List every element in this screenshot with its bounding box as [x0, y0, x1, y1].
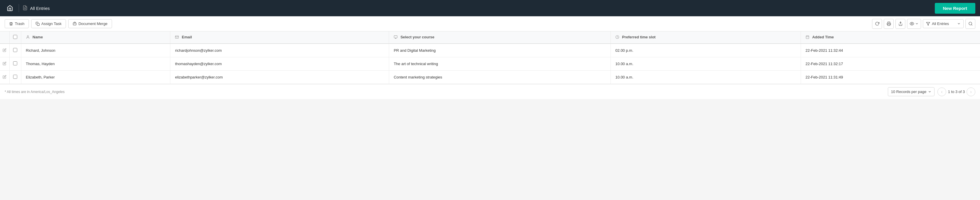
cell-added: 22-Feb-2021 11:32:17 [800, 57, 980, 71]
cell-added: 22-Feb-2021 11:31:49 [800, 71, 980, 84]
row-checkbox-cell [10, 71, 21, 84]
table-row: Thomas, Haydenthomashayden@zylker.comThe… [0, 57, 980, 71]
records-per-page-dropdown[interactable]: 10 Records per page [888, 87, 934, 96]
th-edit [0, 31, 10, 44]
row-checkbox-1[interactable] [13, 61, 17, 65]
document-merge-icon [73, 22, 77, 26]
select-all-checkbox[interactable] [13, 35, 17, 39]
entries-icon [22, 5, 28, 11]
view-toggle-button[interactable] [907, 19, 921, 29]
refresh-button[interactable] [872, 19, 882, 29]
next-page-button[interactable]: › [967, 88, 975, 96]
svg-line-9 [971, 24, 972, 25]
row-checkbox-cell [10, 44, 21, 57]
footer-right: 10 Records per page ‹ 1 to 3 of 3 › [888, 87, 975, 96]
page-nav: ‹ 1 to 3 of 3 › [937, 88, 975, 96]
cell-timeslot: 02.00 p.m. [611, 44, 800, 57]
cell-course: The art of technical writing [389, 57, 611, 71]
course-icon [394, 35, 398, 39]
email-icon [175, 35, 179, 39]
share-icon [898, 22, 903, 26]
svg-point-6 [912, 23, 913, 24]
row-checkbox-0[interactable] [13, 48, 17, 52]
new-report-button[interactable]: New Report [935, 3, 975, 14]
cell-name: Elizabeth, Parker [21, 71, 170, 84]
cell-course: PR and Digital Marketing [389, 44, 611, 57]
svg-rect-3 [74, 22, 76, 23]
th-timeslot: Preferred time slot [611, 31, 800, 44]
page-info: 1 to 3 of 3 [948, 90, 965, 94]
person-icon [26, 35, 30, 39]
cell-name: Richard, Johnson [21, 44, 170, 57]
print-button[interactable] [884, 19, 894, 29]
th-name: Name [21, 31, 170, 44]
th-added: Added Time [800, 31, 980, 44]
toolbar-right: All Entries [872, 19, 975, 29]
filter-dropdown[interactable]: All Entries [923, 19, 964, 28]
row-checkbox-2[interactable] [13, 75, 17, 79]
document-merge-button[interactable]: Document Merge [68, 19, 112, 28]
cell-timeslot: 10.00 a.m. [611, 57, 800, 71]
edit-icon [3, 75, 6, 79]
th-checkbox [10, 31, 21, 44]
view-icon [910, 22, 914, 26]
footer: * All times are in America/Los_Angeles 1… [0, 84, 980, 99]
edit-icon [3, 48, 6, 52]
edit-cell[interactable] [0, 71, 10, 84]
header-divider [19, 4, 19, 12]
cell-course: Content marketing strategies [389, 71, 611, 84]
svg-marker-7 [926, 22, 930, 25]
search-icon [968, 22, 973, 26]
search-button[interactable] [966, 19, 975, 29]
print-icon [887, 22, 891, 26]
refresh-icon [875, 22, 880, 26]
entries-table: Name Email [0, 31, 980, 84]
toolbar: Trash Assign Task Document Merge [0, 16, 980, 31]
table-body: Richard, Johnsonrichardjohnson@zylker.co… [0, 44, 980, 84]
header-title: All Entries [30, 6, 50, 11]
edit-cell[interactable] [0, 44, 10, 57]
edit-icon [3, 61, 6, 65]
cell-timeslot: 10.00 a.m. [611, 71, 800, 84]
table-header-row: Name Email [0, 31, 980, 44]
row-checkbox-cell [10, 57, 21, 71]
home-icon[interactable] [5, 3, 15, 13]
toolbar-left: Trash Assign Task Document Merge [5, 19, 870, 28]
edit-cell[interactable] [0, 57, 10, 71]
filter-icon [926, 22, 930, 26]
table-row: Richard, Johnsonrichardjohnson@zylker.co… [0, 44, 980, 57]
svg-rect-11 [394, 36, 397, 38]
cell-email: thomashayden@zylker.com [170, 57, 389, 71]
assign-task-icon [36, 22, 40, 26]
filter-chevron-icon [957, 22, 961, 25]
trash-icon [9, 22, 13, 26]
share-button[interactable] [896, 19, 905, 29]
table-container: Name Email [0, 31, 980, 84]
svg-rect-2 [37, 23, 40, 25]
svg-rect-4 [888, 24, 890, 25]
view-chevron-icon [915, 22, 918, 25]
header-title-area: All Entries [22, 5, 931, 11]
footer-note: * All times are in America/Los_Angeles [5, 90, 888, 94]
clock-icon [616, 35, 619, 39]
calendar-icon [806, 35, 810, 39]
trash-button[interactable]: Trash [5, 19, 29, 28]
header: All Entries New Report [0, 0, 980, 16]
prev-page-button[interactable]: ‹ [937, 88, 946, 96]
svg-rect-15 [806, 36, 809, 39]
th-course: Select your course [389, 31, 611, 44]
assign-task-button[interactable]: Assign Task [31, 19, 66, 28]
cell-name: Thomas, Hayden [21, 57, 170, 71]
table-row: Elizabeth, Parkerelizabethparker@zylker.… [0, 71, 980, 84]
cell-email: richardjohnson@zylker.com [170, 44, 389, 57]
th-email: Email [170, 31, 389, 44]
cell-email: elizabethparker@zylker.com [170, 71, 389, 84]
svg-point-10 [27, 36, 28, 37]
cell-added: 22-Feb-2021 11:32:44 [800, 44, 980, 57]
records-chevron-icon [928, 90, 931, 93]
